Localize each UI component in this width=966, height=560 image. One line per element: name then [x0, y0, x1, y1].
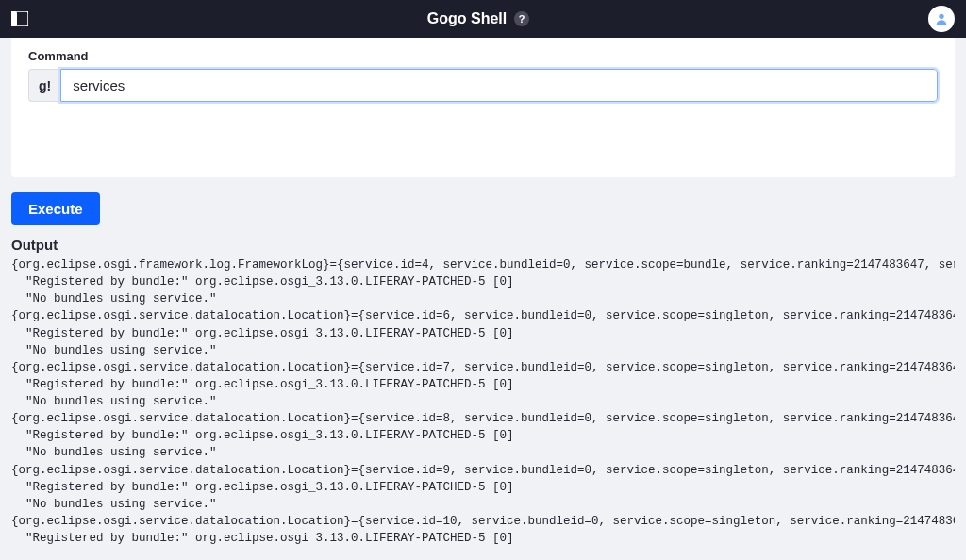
output-section: Output {org.eclipse.osgi.framework.log.F… [11, 237, 955, 547]
page-title: Gogo Shell [427, 10, 507, 27]
command-input[interactable] [60, 69, 938, 102]
command-row: g! [28, 69, 938, 102]
sidebar-toggle-icon[interactable] [11, 11, 28, 26]
topbar-left [11, 11, 28, 26]
execute-button[interactable]: Execute [11, 192, 100, 225]
topbar-right [928, 6, 955, 32]
topbar: Gogo Shell ? [0, 0, 966, 38]
output-title: Output [11, 237, 955, 253]
output-content: {org.eclipse.osgi.framework.log.Framewor… [11, 256, 955, 547]
help-icon[interactable]: ? [514, 11, 529, 26]
svg-rect-1 [11, 11, 17, 26]
command-label: Command [28, 49, 938, 63]
user-avatar[interactable] [928, 6, 955, 32]
svg-point-2 [939, 14, 943, 19]
topbar-center: Gogo Shell ? [427, 10, 529, 27]
command-panel: Command g! [11, 38, 955, 177]
shell-prompt: g! [28, 69, 60, 102]
